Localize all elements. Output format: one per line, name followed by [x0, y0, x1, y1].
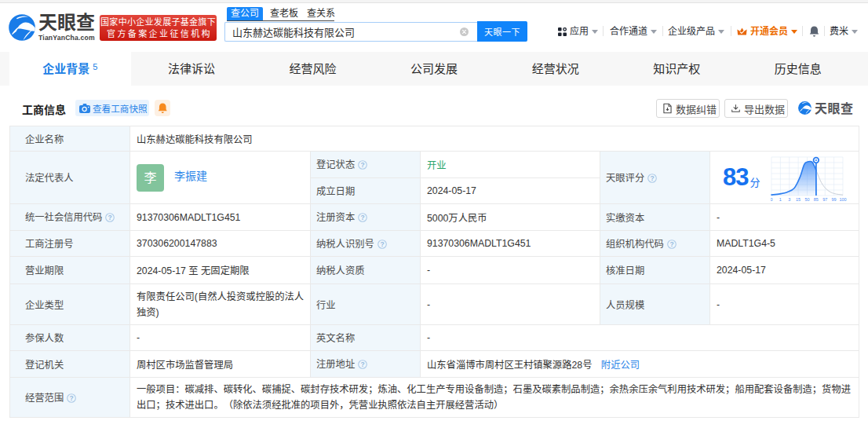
field-label: 注册地址? — [311, 351, 421, 378]
search-tabs-underline — [227, 20, 334, 21]
export-data-button[interactable]: 导出数据 — [724, 99, 788, 118]
legal-rep-cell: 李李振建 — [130, 152, 311, 204]
question-circle-icon[interactable]: ? — [358, 213, 367, 225]
paid-capital-value: - — [710, 204, 859, 231]
table-row: 经营范围? 一般项目：碳减排、碳转化、碳捕捉、碳封存技术研发；炼油、化工生产专用… — [10, 378, 859, 418]
tab-intellectual-property[interactable]: 知识产权 — [616, 52, 738, 86]
field-label: 统一社会信用代码? — [10, 204, 130, 231]
company-name-value: 山东赫达碳能科技有限公司 — [130, 126, 859, 152]
tianyancha-logo[interactable]: 天眼查 TianYanCha.com — [9, 14, 99, 42]
tab-company-development[interactable]: 公司发展 — [374, 52, 495, 86]
question-circle-icon[interactable]: ? — [67, 393, 76, 405]
tab-label: 企业背景 — [42, 62, 89, 75]
question-circle-icon[interactable]: ? — [358, 360, 367, 371]
tab-history-info[interactable]: 历史信息 — [738, 52, 859, 86]
field-label: 营业期限 — [10, 257, 130, 284]
approval-date-value: 2024-05-17 — [710, 257, 859, 284]
field-label: 天眼评分? — [600, 152, 710, 204]
svg-text:?: ? — [361, 161, 365, 169]
legal-rep-avatar[interactable]: 李 — [137, 164, 164, 192]
reg-address-value: 山东省淄博市周村区王村镇聚源路28号 — [427, 360, 592, 371]
search-tabs: 查公司查老板查关系 — [227, 7, 335, 20]
question-circle-icon[interactable]: ? — [667, 240, 677, 251]
reg-address-cell: 山东省淄博市周村区王村镇聚源路28号 附近公司 — [421, 351, 859, 378]
tab-legal-proceedings[interactable]: 法律诉讼 — [131, 52, 253, 86]
section-title: 工商信息 — [22, 101, 66, 117]
monitor-bell-button[interactable] — [155, 100, 170, 116]
field-label: 工商注册号 — [10, 231, 130, 257]
browser-top-strip — [0, 0, 868, 3]
logo-title: 天眼查 — [38, 12, 95, 34]
menu-apps-label: 应用 — [570, 26, 589, 37]
tab-label: 公司发展 — [410, 62, 458, 75]
field-label: 登记机关 — [10, 351, 130, 378]
field-label: 企业名称 — [10, 126, 130, 152]
question-circle-icon[interactable]: ? — [105, 213, 115, 225]
menu-vip[interactable]: 开通会员 — [737, 26, 797, 37]
reg-status-value: 开业 — [421, 152, 600, 178]
menu-enterprise-label: 企业级产品 — [668, 26, 715, 37]
menu-notifications[interactable] — [809, 26, 819, 37]
tab-operating-status[interactable]: 经营状况 — [494, 52, 616, 86]
search-tab-company[interactable]: 查公司 — [227, 7, 263, 20]
menu-enterprise-products[interactable]: 企业级产品 — [668, 26, 724, 37]
menu-user-label: 费米 — [830, 26, 848, 37]
svg-text:15: 15 — [796, 197, 801, 202]
svg-text:?: ? — [108, 214, 112, 221]
tianyancha-company-page: 天眼查 TianYanCha.com 国家中小企业发展子基金旗下 官方备案企业征… — [0, 0, 868, 428]
chevron-down-icon — [592, 30, 598, 34]
menu-divider — [824, 26, 825, 36]
tab-label: 历史信息 — [775, 62, 822, 75]
search-tab-relation[interactable]: 查关系 — [307, 7, 335, 20]
watermark-label: 天眼查 — [815, 98, 854, 117]
establish-date-value: 2024-05-17 — [421, 178, 600, 204]
svg-text:?: ? — [361, 360, 365, 368]
field-label: 行业 — [311, 284, 421, 325]
reg-number-value: 370306200147883 — [130, 231, 311, 257]
svg-text:100: 100 — [839, 197, 846, 202]
table-row: 企业名称 山东赫达碳能科技有限公司 — [10, 126, 859, 152]
search-tab-boss[interactable]: 查老板 — [270, 7, 298, 20]
camera-icon — [79, 104, 90, 113]
svg-text:?: ? — [669, 240, 673, 248]
menu-user[interactable]: 费米 — [830, 26, 858, 37]
org-code-value: MADLT1G4-5 — [710, 231, 859, 257]
field-label: 组织机构代码? — [600, 231, 710, 257]
svg-text:?: ? — [380, 240, 384, 248]
field-label: 成立日期 — [311, 178, 421, 204]
search-button[interactable]: 天眼一下 — [477, 21, 527, 42]
business-term-value: 2024-05-17 至 无固定期限 — [130, 257, 311, 284]
chevron-down-icon — [791, 30, 797, 34]
question-circle-icon[interactable]: ? — [647, 174, 657, 185]
business-scope-value: 一般项目：碳减排、碳转化、碳捕捉、碳封存技术研发；炼油、化工生产专用设备制造；石… — [130, 378, 859, 418]
menu-cooperation[interactable]: 合作通道 — [610, 26, 657, 37]
taxpayer-id-value: 91370306MADLT1G451 — [421, 231, 600, 257]
data-correction-button[interactable]: 数据纠错 — [656, 99, 720, 118]
score-unit: 分 — [749, 174, 760, 189]
legal-rep-link[interactable]: 李振建 — [174, 170, 207, 182]
field-label-text: 组织机构代码 — [606, 239, 664, 250]
menu-apps[interactable]: 应用 — [558, 26, 598, 37]
nearby-companies-link[interactable]: 附近公司 — [601, 360, 640, 371]
tab-company-background[interactable]: 企业背景5 — [9, 52, 131, 86]
tab-operation-risk[interactable]: 经营风险 — [252, 52, 374, 86]
table-row: 工商注册号 370306200147883 纳税人识别号? 91370306MA… — [10, 231, 859, 257]
table-row: 参保人数 - 英文名称 - — [10, 325, 859, 351]
search-input[interactable] — [224, 22, 477, 42]
field-label: 纳税人识别号? — [311, 231, 421, 257]
svg-text:1: 1 — [779, 197, 781, 202]
view-business-snapshot-button[interactable]: 查看工商快照 — [75, 100, 149, 116]
field-label: 登记状态? — [311, 152, 421, 178]
chevron-down-icon — [651, 30, 657, 34]
menu-divider — [802, 26, 803, 36]
question-circle-icon[interactable]: ? — [377, 240, 387, 251]
question-circle-icon[interactable]: ? — [358, 160, 367, 172]
english-name-value: - — [421, 325, 859, 351]
tab-label: 经营状况 — [532, 62, 579, 75]
score-distribution-chart[interactable]: 0131550859799100 — [771, 156, 847, 202]
field-label: 核准日期 — [600, 257, 710, 284]
menu-divider — [603, 26, 604, 36]
staff-size-value: - — [710, 284, 859, 325]
clear-input-icon[interactable] — [460, 27, 469, 36]
field-label-text: 天眼评分 — [606, 173, 644, 184]
